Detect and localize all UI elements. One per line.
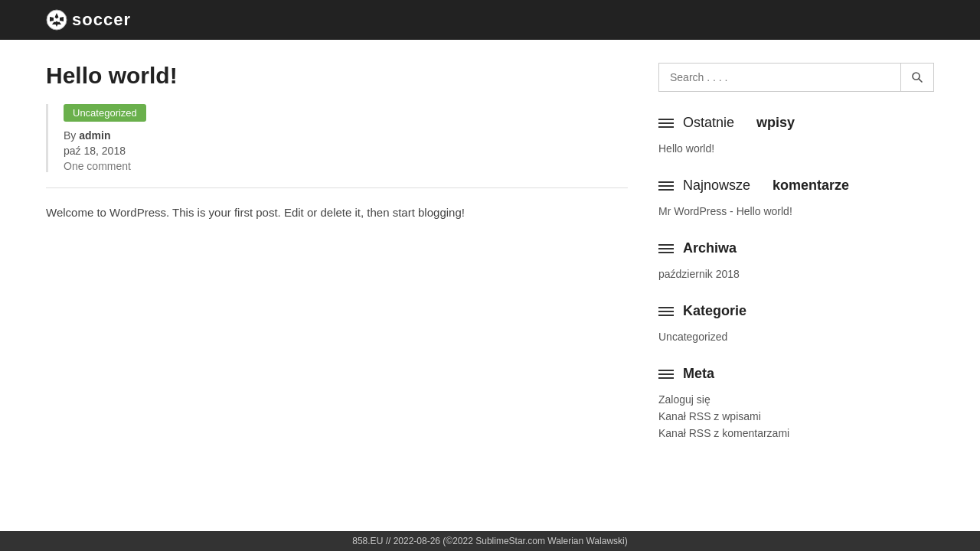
recent-posts-label-bold: wpisy — [756, 115, 795, 131]
recent-comments-label-normal: Najnowsze — [683, 178, 750, 194]
post-meta-wrapper: Uncategorized By admin paź 18, 2018 One … — [46, 104, 628, 172]
archive-item[interactable]: październik 2018 — [658, 268, 934, 280]
post-author: By admin — [64, 129, 146, 142]
soccer-ball-icon — [46, 9, 67, 31]
post-meta-bar: Uncategorized By admin paź 18, 2018 One … — [46, 104, 146, 172]
search-form — [658, 63, 934, 92]
recent-posts-content: Hello world! — [658, 142, 934, 155]
recent-posts-widget: Ostatnie wpisy Hello world! — [658, 115, 934, 155]
archives-title: Archiwa — [658, 240, 934, 256]
meta-item-rss-comments[interactable]: Kanał RSS z komentarzami — [658, 427, 934, 439]
recent-comments-title: Najnowsze komentarze — [658, 178, 934, 194]
category-item[interactable]: Uncategorized — [658, 331, 934, 343]
recent-posts-title: Ostatnie wpisy — [658, 115, 934, 131]
post-date: paź 18, 2018 — [64, 145, 146, 157]
meta-item-login[interactable]: Zaloguj się — [658, 393, 934, 406]
recent-post-item[interactable]: Hello world! — [658, 142, 934, 155]
menu-icon — [658, 181, 674, 191]
content-area: Hello world! Uncategorized By admin paź … — [46, 63, 628, 462]
categories-title: Kategorie — [658, 303, 934, 319]
menu-icon — [658, 119, 674, 128]
meta-widget: Meta Zaloguj się Kanał RSS z wpisami Kan… — [658, 366, 934, 439]
search-button[interactable] — [900, 64, 933, 91]
svg-marker-4 — [60, 17, 64, 21]
main-wrapper: Hello world! Uncategorized By admin paź … — [0, 40, 980, 485]
meta-item-rss-posts[interactable]: Kanał RSS z wpisami — [658, 410, 934, 422]
post-content: Welcome to WordPress. This is your first… — [46, 204, 628, 222]
recent-comments-label-bold: komentarze — [773, 178, 849, 194]
post-divider — [46, 187, 628, 188]
svg-marker-3 — [50, 17, 54, 21]
archives-widget: Archiwa październik 2018 — [658, 240, 934, 280]
categories-widget: Kategorie Uncategorized — [658, 303, 934, 343]
post-title: Hello world! — [46, 63, 628, 89]
meta-label-bold: Meta — [683, 366, 714, 382]
menu-icon — [658, 307, 674, 316]
logo-text: soccer — [72, 10, 131, 30]
menu-icon — [658, 370, 674, 379]
search-input[interactable] — [659, 64, 900, 91]
search-icon — [910, 70, 924, 84]
recent-posts-label-normal: Ostatnie — [683, 115, 734, 131]
archives-label-bold: Archiwa — [683, 240, 737, 256]
recent-comments-content: Mr WordPress - Hello world! — [658, 205, 934, 217]
category-badge[interactable]: Uncategorized — [64, 104, 146, 122]
categories-content: Uncategorized — [658, 331, 934, 343]
svg-line-8 — [919, 79, 922, 82]
menu-icon — [658, 244, 674, 253]
categories-label-bold: Kategorie — [683, 303, 746, 319]
search-widget — [658, 63, 934, 92]
site-header: soccer — [0, 0, 980, 40]
svg-point-0 — [47, 10, 67, 30]
meta-title: Meta — [658, 366, 934, 382]
recent-comment-item[interactable]: Mr WordPress - Hello world! — [658, 205, 934, 217]
sidebar: Ostatnie wpisy Hello world! Najnowsze ko… — [658, 63, 934, 462]
by-label: By — [64, 129, 76, 142]
meta-content: Zaloguj się Kanał RSS z wpisami Kanał RS… — [658, 393, 934, 439]
archives-content: październik 2018 — [658, 268, 934, 280]
site-logo[interactable]: soccer — [46, 9, 131, 31]
post-comments-link[interactable]: One comment — [64, 160, 146, 172]
recent-comments-widget: Najnowsze komentarze Mr WordPress - Hell… — [658, 178, 934, 217]
author-link[interactable]: admin — [79, 129, 110, 142]
